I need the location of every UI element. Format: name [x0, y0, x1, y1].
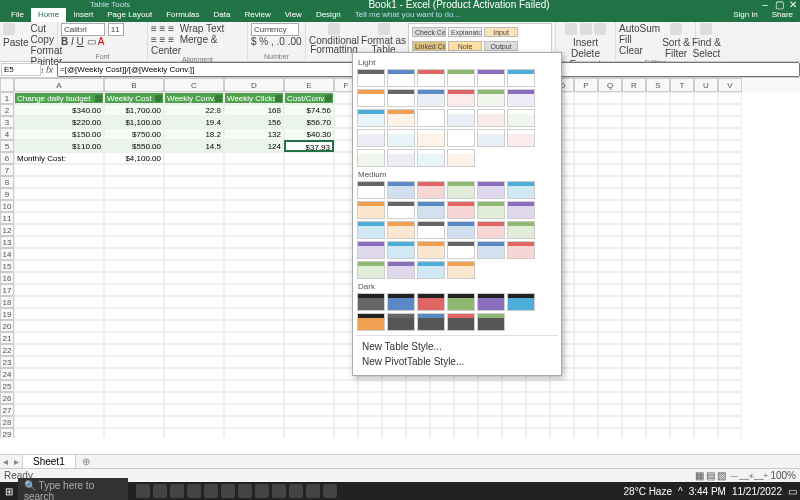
cell[interactable]: 18.2 [164, 128, 224, 140]
cell[interactable] [224, 200, 284, 212]
cell[interactable] [718, 200, 742, 212]
cell[interactable] [104, 380, 164, 392]
cell[interactable] [670, 260, 694, 272]
filter-dropdown-icon[interactable] [155, 95, 162, 102]
cell[interactable] [718, 164, 742, 176]
cell[interactable] [694, 428, 718, 438]
cell[interactable] [718, 296, 742, 308]
cell[interactable] [164, 332, 224, 344]
cell[interactable] [622, 248, 646, 260]
table-style-swatch[interactable] [417, 201, 445, 219]
sheet-tab-1[interactable]: Sheet1 [22, 454, 76, 469]
number-format-select[interactable]: Currency [251, 23, 299, 36]
cell[interactable] [224, 248, 284, 260]
cell[interactable] [502, 392, 526, 404]
weather-widget[interactable]: 28°C Haze [624, 486, 672, 497]
cell[interactable]: $56.70 [284, 116, 334, 128]
cell[interactable] [598, 212, 622, 224]
cell[interactable] [622, 176, 646, 188]
cell[interactable] [164, 188, 224, 200]
cell[interactable] [430, 416, 454, 428]
tab-design[interactable]: Design [309, 8, 348, 22]
cell[interactable] [718, 308, 742, 320]
cell[interactable] [526, 380, 550, 392]
merge-center-button[interactable]: Merge & Center [151, 34, 217, 56]
cell[interactable]: $37.93 [284, 140, 334, 152]
cell-style-swatch[interactable]: Explanatory ... [448, 27, 482, 37]
cell[interactable] [14, 272, 104, 284]
table-style-swatch[interactable] [447, 69, 475, 87]
table-style-swatch[interactable] [387, 89, 415, 107]
cell[interactable] [224, 236, 284, 248]
cell[interactable] [646, 380, 670, 392]
cell[interactable] [622, 380, 646, 392]
cell[interactable] [358, 416, 382, 428]
table-style-swatch[interactable] [447, 181, 475, 199]
cell[interactable] [574, 380, 598, 392]
table-style-swatch[interactable] [447, 109, 475, 127]
row-header[interactable]: 27 [0, 404, 14, 416]
table-style-swatch[interactable] [357, 241, 385, 259]
clock-date[interactable]: 11/21/2022 [732, 486, 782, 497]
row-header[interactable]: 22 [0, 344, 14, 356]
table-style-swatch[interactable] [357, 261, 385, 279]
sort-filter-icon[interactable] [670, 23, 682, 35]
cell[interactable] [550, 392, 574, 404]
cell-style-swatch[interactable]: Check Cell [412, 27, 446, 37]
cell[interactable] [334, 404, 358, 416]
cell[interactable] [14, 200, 104, 212]
cell[interactable] [718, 428, 742, 438]
view-pagebreak-icon[interactable]: ▧ [717, 470, 726, 481]
cell[interactable]: Weekly Conv. [164, 92, 224, 104]
table-style-swatch[interactable] [477, 221, 505, 239]
cell[interactable] [670, 416, 694, 428]
cell[interactable] [478, 404, 502, 416]
cell[interactable] [598, 272, 622, 284]
cell[interactable] [622, 284, 646, 296]
cell[interactable]: $40.30 [284, 128, 334, 140]
cell[interactable] [598, 140, 622, 152]
cell[interactable] [104, 392, 164, 404]
table-style-swatch[interactable] [477, 181, 505, 199]
find-select-icon[interactable] [700, 23, 712, 35]
table-style-swatch[interactable] [387, 293, 415, 311]
cell[interactable] [694, 188, 718, 200]
table-style-swatch[interactable] [387, 149, 415, 167]
insert-cells-icon[interactable] [565, 23, 577, 35]
cell[interactable] [574, 128, 598, 140]
cell[interactable] [224, 284, 284, 296]
cell[interactable] [358, 404, 382, 416]
cell[interactable] [574, 92, 598, 104]
cell[interactable] [598, 404, 622, 416]
cell[interactable] [224, 212, 284, 224]
cell[interactable]: 132 [224, 128, 284, 140]
table-style-swatch[interactable] [357, 221, 385, 239]
cell[interactable] [670, 404, 694, 416]
table-style-swatch[interactable] [507, 89, 535, 107]
column-header[interactable]: D [224, 78, 284, 92]
cell[interactable] [646, 212, 670, 224]
table-style-swatch[interactable] [447, 313, 475, 331]
cell[interactable] [598, 236, 622, 248]
tray-chevron-icon[interactable]: ^ [678, 486, 683, 497]
cell[interactable] [224, 344, 284, 356]
cell[interactable] [526, 428, 550, 438]
table-style-swatch[interactable] [477, 69, 505, 87]
sort-filter-button[interactable]: Sort & Filter [662, 37, 690, 59]
cell[interactable]: $74.56 [284, 104, 334, 116]
cell[interactable] [574, 152, 598, 164]
cell[interactable] [550, 380, 574, 392]
share-button[interactable]: Share [765, 8, 800, 22]
row-header[interactable]: 6 [0, 152, 14, 164]
format-cells-icon[interactable] [594, 23, 606, 35]
table-style-swatch[interactable] [447, 149, 475, 167]
row-header[interactable]: 11 [0, 212, 14, 224]
cell[interactable] [670, 92, 694, 104]
cell[interactable] [574, 272, 598, 284]
table-style-swatch[interactable] [387, 181, 415, 199]
cell[interactable]: 22.8 [164, 104, 224, 116]
cell[interactable] [358, 380, 382, 392]
cell[interactable] [164, 176, 224, 188]
cell[interactable] [164, 356, 224, 368]
cell[interactable] [622, 152, 646, 164]
